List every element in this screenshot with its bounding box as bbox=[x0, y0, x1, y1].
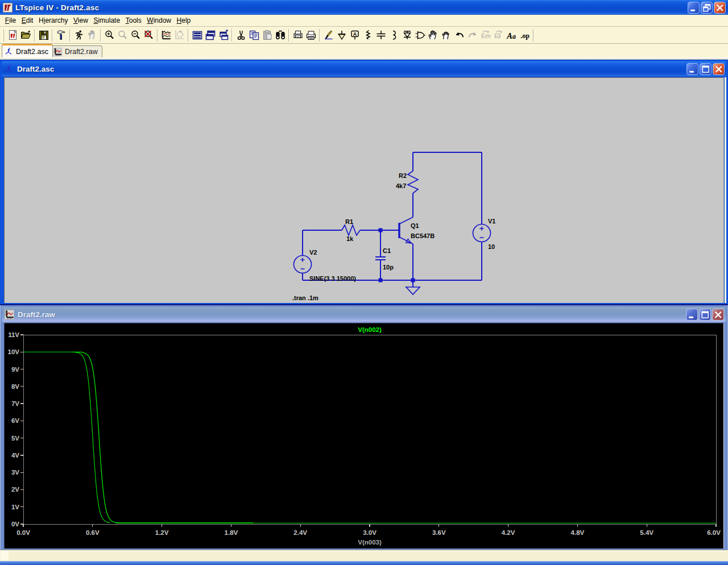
x-tick-label: 1.2V bbox=[155, 529, 169, 536]
zoom-in-icon[interactable] bbox=[103, 28, 116, 42]
y-tick-label: 5V bbox=[11, 435, 19, 442]
schematic-label[interactable]: 4k7 bbox=[396, 182, 406, 189]
tile-vertical-icon[interactable] bbox=[204, 28, 217, 42]
close-button[interactable] bbox=[713, 63, 725, 75]
plot-canvas[interactable]: 0V1V2V3V4V5V6V7V8V9V10V11V0.0V0.6V1.2V1.… bbox=[4, 323, 724, 549]
control-panel-icon[interactable] bbox=[55, 28, 68, 42]
diode-icon[interactable] bbox=[400, 28, 413, 42]
y-tick-label: 9V bbox=[11, 366, 19, 373]
trace-title[interactable]: V(n002) bbox=[358, 326, 382, 333]
capacitor-icon[interactable] bbox=[374, 28, 387, 42]
ground-icon[interactable] bbox=[335, 28, 348, 42]
close-button[interactable] bbox=[714, 2, 726, 14]
cut-icon[interactable] bbox=[234, 28, 247, 42]
rotate-icon: EE bbox=[492, 28, 505, 42]
taskbar-edge[interactable] bbox=[0, 561, 728, 565]
schematic-window-titlebar[interactable]: Draft2.asc bbox=[2, 61, 726, 77]
plot-window-titlebar[interactable]: Draft2.raw bbox=[2, 307, 726, 322]
move-icon[interactable] bbox=[427, 28, 440, 42]
menu-tools[interactable]: Tools bbox=[123, 15, 144, 26]
zoom-full-icon[interactable] bbox=[142, 28, 155, 42]
label-net-icon[interactable]: A bbox=[348, 28, 361, 42]
x-tick-label: 4.2V bbox=[502, 529, 515, 536]
autorange-icon[interactable] bbox=[160, 28, 173, 42]
schematic-label[interactable]: V2 bbox=[309, 249, 317, 256]
maximize-button[interactable] bbox=[699, 309, 711, 321]
transistor-Q1[interactable] bbox=[398, 217, 413, 244]
vsource-V2[interactable] bbox=[294, 256, 312, 273]
plot-window-title: Draft2.raw bbox=[18, 310, 55, 319]
text-icon[interactable]: Aa bbox=[505, 28, 518, 42]
resistor-icon[interactable] bbox=[361, 28, 374, 42]
schematic-label[interactable]: R1 bbox=[345, 218, 353, 225]
x-tick-label: 3.0V bbox=[363, 529, 377, 536]
tab-label: Draft2.asc bbox=[16, 48, 48, 56]
schematic-label[interactable]: 10p bbox=[383, 264, 394, 271]
schematic-label[interactable]: V1 bbox=[488, 218, 495, 225]
resistor-R2[interactable] bbox=[408, 171, 418, 193]
junction-dot bbox=[411, 279, 415, 282]
paste-icon bbox=[260, 28, 274, 42]
schematic-window-title: Draft2.asc bbox=[17, 65, 54, 73]
trace-sweep-down[interactable] bbox=[23, 352, 110, 523]
schematic-label[interactable]: BC547B bbox=[411, 232, 435, 239]
open-icon[interactable] bbox=[19, 28, 32, 42]
spice-directive-icon[interactable]: .op bbox=[518, 28, 531, 42]
plot-border bbox=[23, 335, 716, 524]
minimize-button[interactable] bbox=[686, 309, 698, 321]
vsource-V1[interactable] bbox=[473, 225, 491, 242]
svg-text:A: A bbox=[353, 31, 357, 37]
schematic-canvas[interactable]: R24k7R11kC110pQ1BC547BV110V2SINE(3 3 150… bbox=[4, 77, 724, 303]
cascade-icon[interactable] bbox=[217, 28, 230, 42]
toolbar-grip[interactable] bbox=[2, 29, 4, 41]
tile-horizontal-icon[interactable] bbox=[191, 28, 204, 42]
minimize-button[interactable] bbox=[688, 2, 700, 14]
resistor-R1[interactable] bbox=[342, 225, 360, 235]
schematic-label[interactable]: 1k bbox=[346, 235, 354, 242]
run-icon[interactable] bbox=[72, 28, 85, 42]
print-icon[interactable] bbox=[304, 28, 317, 42]
restore-button[interactable] bbox=[701, 2, 713, 14]
inductor-icon[interactable] bbox=[387, 28, 400, 42]
close-button[interactable] bbox=[712, 309, 724, 321]
menu-view[interactable]: View bbox=[71, 15, 90, 26]
waveform-plot[interactable]: 0V1V2V3V4V5V6V7V8V9V10V11V0.0V0.6V1.2V1.… bbox=[5, 323, 723, 549]
zoom-out-icon[interactable] bbox=[129, 28, 142, 42]
drag-icon[interactable] bbox=[440, 28, 453, 42]
component-icon[interactable] bbox=[413, 28, 427, 42]
x-tick-label: 0.6V bbox=[86, 529, 100, 536]
schematic-label[interactable]: C1 bbox=[383, 247, 391, 254]
wire-icon[interactable] bbox=[322, 28, 335, 42]
tab-draft2-asc[interactable]: Draft2.asc bbox=[2, 44, 53, 57]
undo-icon[interactable] bbox=[453, 28, 466, 42]
schematic-label[interactable]: .tran .1m bbox=[292, 294, 318, 301]
schematic-window-buttons bbox=[686, 63, 725, 75]
print-preview-icon[interactable] bbox=[291, 28, 304, 42]
toolbar-separator bbox=[188, 29, 189, 41]
menu-file[interactable]: File bbox=[2, 15, 19, 26]
menu-window[interactable]: Window bbox=[144, 15, 174, 26]
menu-edit[interactable]: Edit bbox=[19, 15, 36, 26]
new-schematic-icon[interactable] bbox=[6, 28, 19, 42]
pan-icon bbox=[173, 28, 186, 42]
trace-sweep-up[interactable] bbox=[72, 352, 253, 523]
minimize-button[interactable] bbox=[686, 63, 698, 75]
ground-symbol[interactable] bbox=[406, 287, 420, 294]
menu-simulate[interactable]: Simulate bbox=[91, 15, 123, 26]
copy-icon[interactable] bbox=[247, 28, 260, 42]
schematic-label[interactable]: R2 bbox=[399, 172, 407, 179]
toolbar-separator bbox=[288, 29, 289, 41]
menu-help[interactable]: Help bbox=[174, 15, 193, 26]
schematic-label[interactable]: SINE(3 3 15000) bbox=[309, 275, 356, 282]
schematic-label[interactable]: 10 bbox=[488, 243, 495, 250]
x-tick-label: 2.4V bbox=[293, 529, 307, 536]
svg-text:m: m bbox=[485, 32, 490, 39]
asc-file-icon bbox=[5, 47, 13, 56]
y-tick-label: 0V bbox=[11, 521, 19, 527]
menu-hierarchy[interactable]: Hierarchy bbox=[36, 15, 71, 26]
maximize-button[interactable] bbox=[700, 63, 712, 75]
save-icon[interactable] bbox=[37, 28, 50, 42]
tab-draft2-raw[interactable]: Draft2.raw bbox=[51, 45, 102, 57]
find-icon[interactable] bbox=[274, 28, 287, 42]
schematic-label[interactable]: Q1 bbox=[411, 222, 419, 229]
